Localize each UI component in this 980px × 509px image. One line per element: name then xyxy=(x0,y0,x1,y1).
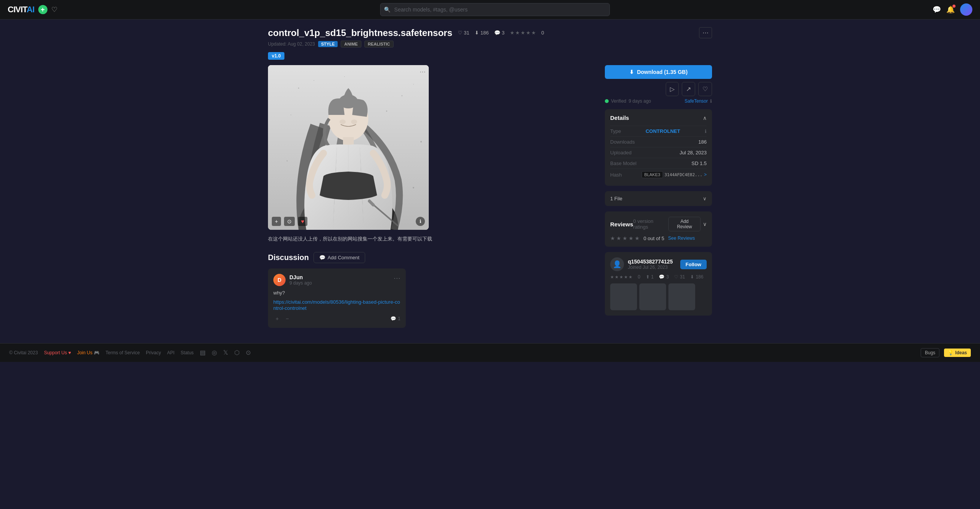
bugs-button[interactable]: Bugs xyxy=(921,348,939,357)
image-options-icon[interactable]: ⋯ xyxy=(420,68,426,75)
support-link[interactable]: Support Us ♥ xyxy=(44,350,71,355)
verified-text: Verified xyxy=(611,98,626,104)
twitter-icon[interactable]: 𝕏 xyxy=(223,349,228,356)
status-link[interactable]: Status xyxy=(181,350,194,355)
author-downloads-count: 186 xyxy=(696,274,703,280)
join-link[interactable]: Join Us 🎮 xyxy=(77,350,99,355)
add-content-button[interactable]: + xyxy=(38,5,47,14)
search-input[interactable] xyxy=(380,3,610,16)
api-link[interactable]: API xyxy=(167,350,174,355)
author-rating-count: 0 xyxy=(638,274,640,280)
add-comment-button[interactable]: 💬 Add Comment xyxy=(314,252,365,263)
tag-realistic[interactable]: REALISTIC xyxy=(364,41,394,47)
downvote-button[interactable]: − xyxy=(283,315,291,322)
notification-icon[interactable]: 🔔 xyxy=(946,5,955,14)
ideas-button[interactable]: 💡 Ideas xyxy=(944,349,971,357)
terms-link[interactable]: Terms of Service xyxy=(106,350,140,355)
svg-point-10 xyxy=(420,141,422,142)
title-stats: ♡ 31 ⬇ 186 💬 3 ★ ★ ★ ★ ★ 0 xyxy=(458,30,544,36)
author-uploads-count: 1 xyxy=(651,274,654,280)
tag-anime[interactable]: ANIME xyxy=(341,41,361,47)
reviews-expand-icon[interactable]: ∨ xyxy=(703,221,707,227)
add-review-button[interactable]: Add Review xyxy=(668,217,701,231)
rating-stars: ★ ★ ★ ★ ★ xyxy=(510,30,536,36)
comment-actions: + − 💬 1 xyxy=(273,315,400,322)
file-expand-icon[interactable]: ∨ xyxy=(703,196,707,201)
image-zoom-button[interactable]: ⊙ xyxy=(284,217,295,226)
upvote-button[interactable]: + xyxy=(273,315,281,322)
comment-header: D DJun 9 days ago ⋯ xyxy=(273,274,400,286)
save-button[interactable]: ♡ xyxy=(698,82,712,96)
downloads-stat: ⬇ 186 xyxy=(475,30,489,36)
footer-left: © Civitai 2023 Support Us ♥ Join Us 🎮 Te… xyxy=(9,349,251,356)
downloads-icon-small: ⬇ xyxy=(690,274,694,280)
author-img-1[interactable] xyxy=(610,283,637,310)
author-stats: ★ ★ ★ ★ ★ 0 ⬆ 1 💬 3 xyxy=(610,274,707,280)
comment-vote: + − xyxy=(273,315,291,322)
author-downloads-stat: ⬇ 186 xyxy=(690,274,703,280)
comment-icon: 💬 xyxy=(319,255,325,260)
image-like-button[interactable]: ♥ xyxy=(298,217,307,226)
reddit-icon[interactable]: ◎ xyxy=(212,349,217,356)
svg-point-8 xyxy=(386,111,387,112)
copyright: © Civitai 2023 xyxy=(9,350,38,355)
author-comments-stat: 💬 3 xyxy=(659,274,669,280)
reply-button[interactable]: 💬 1 xyxy=(390,316,400,321)
chat-icon[interactable]: 💬 xyxy=(933,5,941,14)
safe-tensor-info-icon[interactable]: ℹ xyxy=(710,98,712,104)
verified-time: 9 days ago xyxy=(629,98,651,104)
share-button[interactable]: ↗ xyxy=(682,82,695,96)
comment-card: D DJun 9 days ago ⋯ why? https://civitai… xyxy=(268,268,406,328)
author-star-4: ★ xyxy=(624,275,628,280)
author-star-5: ★ xyxy=(629,275,632,280)
discord-icon[interactable]: ▤ xyxy=(200,349,206,356)
svg-point-12 xyxy=(413,187,414,188)
author-joined: Joined Jul 26, 2023 xyxy=(628,265,673,270)
play-button[interactable]: ▷ xyxy=(666,82,679,96)
instagram-icon[interactable]: ⬡ xyxy=(234,349,240,356)
download-button[interactable]: ⬇ Download (1.35 GB) xyxy=(605,65,712,79)
see-reviews-link[interactable]: See Reviews xyxy=(668,236,695,241)
reviews-panel: Reviews 0 version ratings Add Review ∨ ★… xyxy=(605,211,712,247)
safe-tensor-link[interactable]: SafeTensor xyxy=(684,98,708,104)
more-options-button[interactable]: ⋯ xyxy=(699,27,712,38)
comment-username[interactable]: DJun xyxy=(289,274,312,280)
follow-button[interactable]: Follow xyxy=(680,260,707,269)
svg-point-17 xyxy=(351,119,357,124)
author-name[interactable]: q15045382774125 xyxy=(628,259,673,265)
tag-style[interactable]: STYLE xyxy=(318,41,338,47)
comment-link[interactable]: https://civitai.com/models/80536/lightin… xyxy=(273,299,400,311)
downloads-row: Downloads 186 xyxy=(610,136,707,147)
download-label: Download (1.35 GB) xyxy=(637,69,688,75)
user-avatar[interactable] xyxy=(960,3,972,16)
svg-point-9 xyxy=(291,115,291,115)
type-row: Type CONTROLNET ℹ xyxy=(610,126,707,136)
logo[interactable]: CIVITAI xyxy=(8,5,34,15)
type-info-icon[interactable]: ℹ xyxy=(705,129,707,134)
hash-algo: BLAKE3 xyxy=(642,171,663,178)
download-icon: ⬇ xyxy=(475,30,479,36)
github-icon[interactable]: ⊙ xyxy=(246,349,251,356)
rating-count: 0 xyxy=(541,30,544,36)
file-row: 1 File ∨ xyxy=(605,191,712,206)
star-2: ★ xyxy=(515,30,520,36)
favorite-icon[interactable]: ♡ xyxy=(51,5,57,14)
author-img-3[interactable] xyxy=(668,283,695,310)
image-expand-button[interactable]: + xyxy=(272,217,281,226)
discussion-title: Discussion xyxy=(268,253,309,262)
hash-expand-button[interactable]: > xyxy=(704,172,707,177)
review-star-3: ★ xyxy=(622,235,627,241)
version-badge[interactable]: v1.0 xyxy=(268,52,284,60)
image-info-button[interactable]: ℹ xyxy=(416,217,425,226)
star-1: ★ xyxy=(510,30,514,36)
author-img-2[interactable] xyxy=(639,283,666,310)
privacy-link[interactable]: Privacy xyxy=(146,350,161,355)
details-collapse-icon[interactable]: ∧ xyxy=(703,115,707,121)
star-4: ★ xyxy=(526,30,531,36)
comment-more-icon[interactable]: ⋯ xyxy=(394,274,400,282)
character-illustration xyxy=(268,65,429,230)
review-star-1: ★ xyxy=(610,235,615,241)
author-info: 👤 q15045382774125 Joined Jul 26, 2023 xyxy=(610,257,673,271)
hash-value: 3144AFDC4E82... xyxy=(665,172,702,177)
type-value[interactable]: CONTROLNET xyxy=(645,128,680,134)
